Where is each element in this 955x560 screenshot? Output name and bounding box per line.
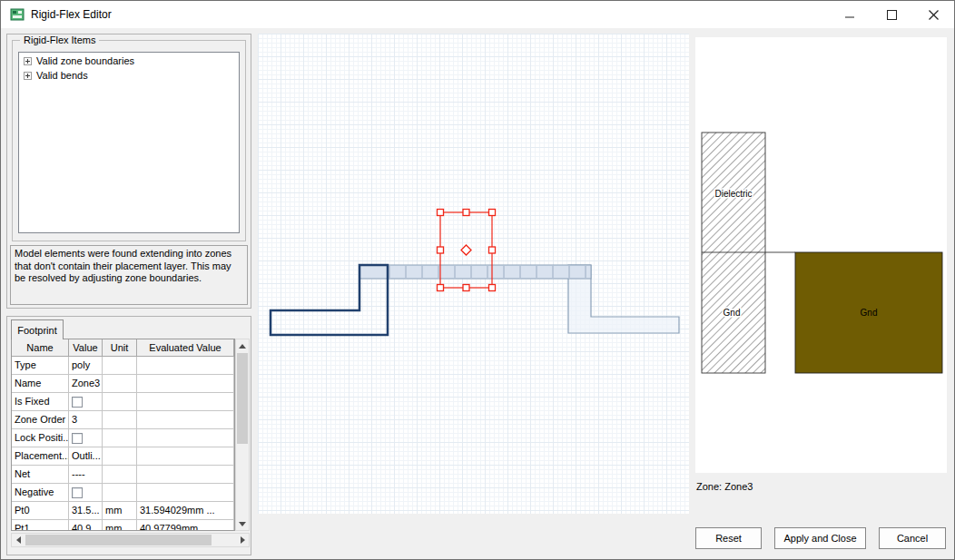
selection-handle[interactable] bbox=[438, 285, 444, 291]
selection-center-handle[interactable] bbox=[461, 245, 471, 255]
properties-table[interactable]: Name Value Unit Evaluated Value Type pol… bbox=[11, 339, 235, 531]
scroll-right-button[interactable] bbox=[236, 534, 249, 546]
cell-unit[interactable] bbox=[103, 466, 137, 484]
cell-evaluated bbox=[137, 447, 234, 466]
cell-unit[interactable]: mm bbox=[103, 520, 137, 531]
vertical-scrollbar-thumb[interactable] bbox=[237, 353, 248, 444]
table-row[interactable]: Name Zone3 bbox=[12, 375, 234, 393]
cell-value[interactable] bbox=[69, 484, 103, 502]
selection-handle[interactable] bbox=[438, 247, 444, 253]
cell-evaluated bbox=[137, 484, 234, 502]
rigid-flex-items-groupbox: Rigid-Flex Items Valid zone boundaries V… bbox=[12, 40, 246, 241]
cell-unit[interactable] bbox=[103, 357, 137, 375]
cell-value[interactable]: 3 bbox=[69, 411, 103, 429]
scroll-up-button[interactable] bbox=[236, 339, 249, 352]
window-title: Rigid-Flex Editor bbox=[31, 8, 112, 21]
footprint-panel: Footprint Name Value Unit Evaluated Valu… bbox=[6, 316, 251, 555]
tab-footprint[interactable]: Footprint bbox=[11, 319, 64, 339]
cell-evaluated: 40.97799mm ... bbox=[137, 520, 234, 531]
table-row[interactable]: Negative bbox=[12, 484, 234, 502]
cell-unit[interactable] bbox=[103, 429, 137, 447]
expand-plus-icon[interactable] bbox=[24, 57, 32, 65]
cell-value[interactable]: 40.9... bbox=[69, 520, 103, 531]
table-row[interactable]: Type poly bbox=[12, 357, 234, 375]
maximize-button[interactable] bbox=[871, 1, 912, 28]
table-row[interactable]: Is Fixed bbox=[12, 393, 234, 411]
table-row[interactable]: Placement... Outli... bbox=[12, 447, 234, 466]
zone-name-label: Zone: Zone3 bbox=[696, 481, 753, 492]
minimize-icon bbox=[845, 10, 855, 20]
cell-value[interactable] bbox=[69, 393, 103, 411]
cell-unit[interactable] bbox=[103, 375, 137, 393]
dielectric-label: Dielectric bbox=[714, 189, 752, 199]
rigid-flex-items-tree[interactable]: Valid zone boundaries Valid bends bbox=[18, 52, 240, 233]
table-row[interactable]: Pt0 31.5... mm 31.594029mm ... bbox=[12, 502, 234, 520]
scroll-down-button[interactable] bbox=[236, 517, 249, 530]
tree-item-valid-bends[interactable]: Valid bends bbox=[19, 67, 239, 82]
groupbox-title: Rigid-Flex Items bbox=[20, 34, 99, 45]
table-row[interactable]: Lock Positi... bbox=[12, 429, 234, 447]
header-unit[interactable]: Unit bbox=[103, 339, 137, 357]
cell-value[interactable]: 31.5... bbox=[69, 502, 103, 520]
checkbox[interactable] bbox=[72, 397, 83, 408]
cell-evaluated bbox=[137, 411, 234, 429]
close-icon bbox=[929, 10, 939, 20]
layer-stack-preview: Dielectric Gnd Gnd bbox=[695, 37, 947, 473]
rigid-flex-editor-window: Rigid-Flex Editor Rigid-Flex Items Valid… bbox=[0, 0, 955, 560]
selection-handle[interactable] bbox=[489, 247, 496, 253]
horizontal-scrollbar-thumb[interactable] bbox=[25, 535, 212, 545]
cell-value[interactable]: Zone3 bbox=[69, 375, 103, 393]
checkbox[interactable] bbox=[72, 433, 83, 444]
vertical-scrollbar[interactable] bbox=[235, 339, 250, 531]
flex-band[interactable] bbox=[359, 265, 591, 279]
cell-evaluated bbox=[137, 393, 234, 411]
selection-handle[interactable] bbox=[489, 285, 496, 291]
cell-name: Negative bbox=[12, 484, 69, 502]
scroll-down-icon bbox=[239, 522, 246, 526]
gnd-left-label: Gnd bbox=[724, 308, 741, 318]
selection-handle[interactable] bbox=[489, 210, 496, 216]
cell-name: Net bbox=[12, 466, 69, 484]
reset-button[interactable]: Reset bbox=[695, 527, 762, 549]
minimize-button[interactable] bbox=[829, 1, 871, 28]
app-icon bbox=[10, 7, 25, 22]
cell-evaluated bbox=[137, 466, 234, 484]
close-button[interactable] bbox=[912, 1, 954, 28]
header-value[interactable]: Value bbox=[69, 339, 103, 357]
table-row[interactable]: Pt1 40.9... mm 40.97799mm ... bbox=[12, 520, 234, 531]
scroll-left-button[interactable] bbox=[12, 534, 25, 546]
header-evaluated-value[interactable]: Evaluated Value bbox=[137, 339, 234, 357]
tree-item-label: Valid bends bbox=[36, 70, 88, 81]
cell-unit[interactable] bbox=[103, 393, 137, 411]
cell-name: Type bbox=[12, 357, 69, 375]
cell-value[interactable] bbox=[69, 429, 103, 447]
cell-unit[interactable]: mm bbox=[103, 502, 137, 520]
table-row[interactable]: Zone Order 3 bbox=[12, 411, 234, 429]
expand-plus-icon[interactable] bbox=[24, 72, 32, 80]
selection-handle[interactable] bbox=[463, 210, 469, 216]
checkbox[interactable] bbox=[72, 487, 83, 498]
cell-unit[interactable] bbox=[103, 447, 137, 466]
cell-value[interactable]: ---- bbox=[69, 466, 103, 484]
selection-handle[interactable] bbox=[463, 285, 469, 291]
horizontal-scrollbar[interactable] bbox=[11, 533, 250, 547]
cell-value[interactable]: Outli... bbox=[69, 447, 103, 466]
selection-handle[interactable] bbox=[438, 210, 444, 216]
cross-section-canvas[interactable] bbox=[258, 34, 689, 514]
gnd-right-label: Gnd bbox=[861, 308, 878, 318]
apply-and-close-button[interactable]: Apply and Close bbox=[774, 527, 866, 549]
cell-name: Pt1 bbox=[12, 520, 69, 531]
scroll-up-icon bbox=[239, 344, 246, 349]
cell-unit[interactable] bbox=[103, 484, 137, 502]
cell-evaluated bbox=[137, 375, 234, 393]
table-row[interactable]: Net ---- bbox=[12, 466, 234, 484]
window-controls bbox=[829, 1, 954, 28]
table-header-row: Name Value Unit Evaluated Value bbox=[12, 339, 234, 357]
cell-name: Lock Positi... bbox=[12, 429, 69, 447]
cancel-button[interactable]: Cancel bbox=[879, 527, 946, 549]
cell-name: Name bbox=[12, 375, 69, 393]
cell-value[interactable]: poly bbox=[69, 357, 103, 375]
tree-item-valid-zone-boundaries[interactable]: Valid zone boundaries bbox=[19, 53, 239, 67]
cell-unit[interactable] bbox=[103, 411, 137, 429]
header-name[interactable]: Name bbox=[12, 339, 69, 357]
